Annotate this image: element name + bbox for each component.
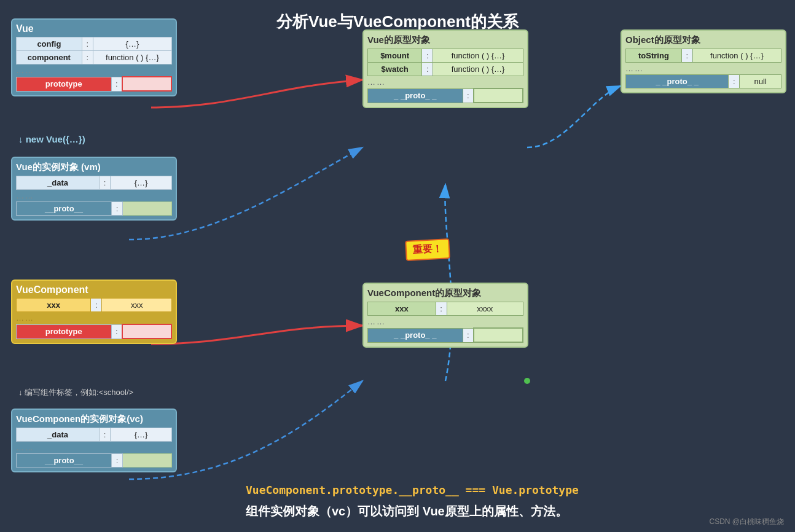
vuecomp-title: VueComponent [16,284,172,295]
bottom-text1: VueComponent.prototype.__proto__ === Vue… [246,483,579,496]
key-cell: config [17,37,82,51]
vuecomp-proto-title: VueComponent的原型对象 [367,288,523,299]
prototype-val [122,324,171,338]
table-row: _data : {…} [17,428,172,442]
vuecomp-instance-box: VueComponen的实例对象(vc) _data : {…} …… __pr… [11,409,177,472]
obj-proto-title: Object的原型对象 [625,34,781,46]
vuecomp-box: VueComponent xxx : xxx …… prototype : [11,280,177,344]
proto-row: __proto__ : [17,202,172,216]
dots: …… [16,190,172,201]
vue-box-title: Vue [16,23,172,34]
dots: …… [367,76,523,88]
proto-val [123,454,172,467]
proto-row: __proto__ : [17,454,172,467]
prototype-key: prototype [17,77,112,91]
vuecomp-proto-box: VueComponent的原型对象 xxx : xxxx …… _ _proto… [362,283,528,348]
vue-proto-box: Vue的原型对象 $mount : function ( ) {…} $watc… [362,29,528,108]
bottom-text2: 组件实例对象（vc）可以访问到 Vue原型上的属性、方法。 [246,503,568,520]
dots: …… [367,316,523,327]
prototype-row: prototype : [17,77,172,91]
dots: …… [16,442,172,453]
important-badge: 重要！ [405,238,450,261]
csdn-watermark: CSDN @白桃味稠鱼烧 [709,517,784,527]
vue-instance-box: Vue的实例对象 (vm) _data : {…} …… __proto__ : [11,157,177,221]
new-vue-label: ↓ new Vue({…}) [18,134,85,144]
vue-proto-title: Vue的原型对象 [367,34,523,46]
proto-null-row: _ _proto_ _ : null [626,75,781,88]
prototype-row: prototype : [17,324,172,338]
proto-val [474,328,523,342]
obj-proto-box: Object的原型对象 toString : function ( ) {…} … [621,29,786,93]
vue-instance-title: Vue的实例对象 (vm) [16,162,172,173]
proto-key: __proto__ [17,202,112,216]
table-row: xxx : xxxx [368,302,523,316]
vue-box: Vue config : {…} component : function ( … [11,18,177,96]
table-row: toString : function ( ) {…} [626,49,781,63]
proto-row: _ _proto_ _ : [368,328,523,342]
table-row: $mount : function ( ) {…} [368,49,523,63]
table-row: component : function ( ) {…} [17,51,172,65]
table-row: xxx : xxx [17,299,172,312]
vuecomp-instance-title: VueComponen的实例对象(vc) [16,413,172,425]
proto-val [474,88,523,103]
dots: …… [625,63,781,74]
dots: …… [16,312,172,324]
table-row: config : {…} [17,37,172,51]
proto-row: _ _proto_ _ : [368,88,523,103]
svg-point-4 [524,378,530,384]
table-row: _data : {…} [17,176,172,190]
key-cell: component [17,51,82,65]
dots: …… [16,65,172,76]
table-row: $watch : function ( ) {…} [368,63,523,76]
prototype-val [122,77,171,91]
write-comp-label: ↓ 编写组件标签，例如:<school/> [18,387,133,398]
proto-val [123,202,172,216]
